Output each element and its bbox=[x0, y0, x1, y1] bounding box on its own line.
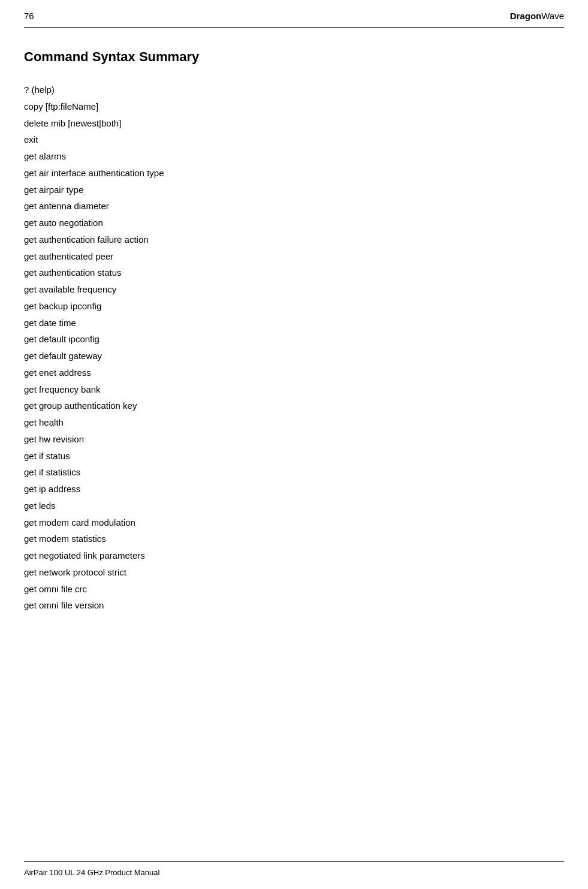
page-container: 76 DragonWave Command Syntax Summary ? (… bbox=[0, 0, 588, 889]
list-item: get if statistics bbox=[24, 464, 564, 481]
list-item: exit bbox=[24, 131, 564, 148]
list-item: get auto negotiation bbox=[24, 215, 564, 231]
list-item: get network protocol strict bbox=[24, 564, 564, 581]
list-item: get omni file version bbox=[24, 597, 564, 614]
list-item: get airpair type bbox=[24, 182, 564, 198]
list-item: get negotiated link parameters bbox=[24, 547, 564, 564]
list-item: get antenna diameter bbox=[24, 198, 564, 215]
list-item: ? (help) bbox=[24, 82, 564, 98]
list-item: get modem card modulation bbox=[24, 514, 564, 531]
list-item: get authenticated peer bbox=[24, 248, 564, 265]
list-item: get omni file crc bbox=[24, 581, 564, 598]
list-item: get default gateway bbox=[24, 348, 564, 364]
page-footer: AirPair 100 UL 24 GHz Product Manual bbox=[24, 861, 564, 877]
footer-text: AirPair 100 UL 24 GHz Product Manual bbox=[24, 868, 159, 877]
list-item: get alarms bbox=[24, 148, 564, 165]
list-item: get frequency bank bbox=[24, 381, 564, 398]
list-item: get health bbox=[24, 414, 564, 431]
page-number: 76 bbox=[24, 11, 34, 21]
list-item: get authentication status bbox=[24, 264, 564, 281]
list-item: get backup ipconfig bbox=[24, 298, 564, 315]
list-item: get air interface authentication type bbox=[24, 165, 564, 182]
list-item: get if status bbox=[24, 448, 564, 465]
brand-name: DragonWave bbox=[510, 11, 564, 21]
list-item: get date time bbox=[24, 315, 564, 332]
list-item: get hw revision bbox=[24, 431, 564, 448]
list-item: copy [ftp:fileName] bbox=[24, 98, 564, 115]
page-title: Command Syntax Summary bbox=[24, 49, 564, 65]
list-item: get available frequency bbox=[24, 281, 564, 298]
page-header: 76 DragonWave bbox=[24, 0, 564, 28]
list-item: get default ipconfig bbox=[24, 331, 564, 348]
list-item: get group authentication key bbox=[24, 397, 564, 414]
command-list: ? (help)copy [ftp:fileName]delete mib [n… bbox=[24, 82, 564, 614]
list-item: get leds bbox=[24, 498, 564, 514]
list-item: get modem statistics bbox=[24, 531, 564, 547]
list-item: get ip address bbox=[24, 481, 564, 498]
brand-wave: Wave bbox=[541, 11, 564, 21]
list-item: get authentication failure action bbox=[24, 231, 564, 248]
list-item: delete mib [newest|both] bbox=[24, 115, 564, 132]
list-item: get enet address bbox=[24, 364, 564, 381]
brand-dragon: Dragon bbox=[510, 11, 542, 21]
